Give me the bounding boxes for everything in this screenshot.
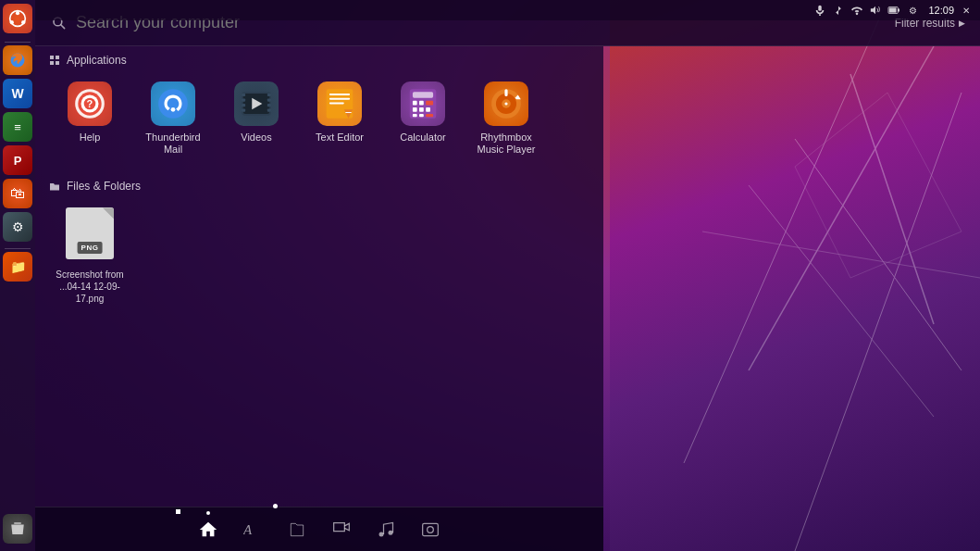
app-icon-help: ?	[68, 81, 112, 126]
svg-rect-55	[413, 107, 417, 112]
launcher-icon-writer[interactable]: W	[3, 79, 32, 108]
svg-rect-8	[819, 6, 822, 11]
svg-rect-9	[820, 14, 822, 16]
svg-rect-54	[426, 101, 433, 106]
app-grid: ? Help Thunderbird Mail	[35, 70, 603, 172]
launcher-icon-system-settings[interactable]: ⚙	[3, 212, 32, 242]
launcher-icon-software-center[interactable]: 🛍	[3, 179, 32, 208]
svg-text:?: ?	[87, 98, 93, 109]
svg-rect-59	[419, 114, 424, 117]
svg-rect-22	[50, 56, 54, 59]
svg-point-18	[21, 20, 25, 24]
svg-rect-25	[56, 61, 59, 65]
file-label-screenshot: Screenshot from...04-14 12-09-17.png	[53, 269, 127, 305]
svg-rect-23	[56, 56, 59, 59]
launcher-icon-impress[interactable]: P	[3, 145, 32, 175]
files-section-label: Files & Folders	[67, 180, 141, 193]
svg-rect-71	[423, 523, 439, 535]
app-icon-text-editor	[317, 81, 362, 126]
svg-line-6	[702, 232, 980, 278]
svg-marker-68	[334, 522, 345, 531]
app-item-rhythmbox[interactable]: Rhythmbox Music Player	[465, 74, 548, 163]
app-label-thunderbird: Thunderbird Mail	[136, 131, 210, 156]
svg-point-72	[428, 526, 434, 532]
app-icon-videos	[234, 81, 279, 126]
svg-rect-52	[413, 101, 417, 106]
svg-marker-7	[795, 93, 961, 278]
svg-rect-13	[899, 8, 900, 11]
dash-bottom-photos[interactable]	[417, 517, 443, 543]
app-label-text-editor: Text Editor	[316, 131, 364, 144]
app-label-help: Help	[80, 131, 101, 144]
launcher-icon-files[interactable]: 📁	[3, 252, 32, 282]
svg-rect-60	[426, 114, 433, 117]
dash-bottom-applications[interactable]: A	[240, 517, 266, 543]
svg-rect-51	[413, 92, 433, 97]
battery-icon[interactable]	[887, 4, 900, 17]
launcher: W ≡ P 🛍 ⚙ 📁	[0, 0, 35, 551]
svg-line-21	[61, 25, 65, 29]
svg-rect-47	[329, 102, 344, 104]
close-icon[interactable]: ✕	[960, 4, 973, 17]
svg-rect-65	[504, 89, 507, 96]
app-item-help[interactable]: ? Help	[48, 74, 131, 163]
dash-bottom-files[interactable]	[284, 517, 310, 543]
svg-rect-40	[267, 98, 271, 101]
dash-bottom-home[interactable]	[195, 517, 221, 543]
topbar-time: 12:09	[928, 5, 954, 16]
dash-bottom-bar: A	[35, 507, 603, 551]
svg-point-16	[16, 11, 19, 15]
svg-rect-38	[242, 109, 245, 112]
launcher-icon-firefox[interactable]	[3, 45, 32, 75]
svg-text:A: A	[243, 522, 253, 537]
svg-point-32	[171, 107, 176, 112]
svg-line-5	[749, 185, 934, 417]
launcher-icon-calc[interactable]: ≡	[3, 112, 32, 142]
files-section-header: Files & Folders	[35, 172, 603, 196]
svg-rect-37	[242, 104, 245, 106]
app-item-text-editor[interactable]: Text Editor	[298, 74, 381, 163]
app-label-videos: Videos	[241, 131, 271, 144]
file-icon-screenshot: PNG	[66, 207, 114, 259]
applications-section-label: Applications	[67, 54, 127, 67]
app-item-calculator[interactable]: Calculator	[381, 74, 465, 163]
svg-rect-35	[242, 94, 245, 96]
svg-rect-46	[329, 98, 350, 100]
svg-point-10	[856, 13, 859, 16]
app-label-calculator: Calculator	[400, 131, 446, 144]
dash-bottom-music[interactable]	[373, 517, 399, 543]
network-icon[interactable]	[850, 4, 863, 17]
files-section-icon	[48, 180, 61, 193]
svg-line-0	[749, 46, 934, 370]
launcher-divider-2	[5, 248, 31, 249]
svg-point-70	[389, 530, 393, 534]
svg-line-3	[850, 74, 934, 324]
applications-section-icon	[48, 54, 61, 67]
dash-content: Applications ? Help	[35, 46, 603, 551]
topbar: ⚙ 12:09 ✕	[35, 0, 980, 20]
svg-rect-39	[267, 94, 271, 96]
svg-point-31	[158, 89, 188, 119]
app-item-thunderbird[interactable]: Thunderbird Mail	[131, 74, 215, 163]
file-item-screenshot[interactable]: PNG Screenshot from...04-14 12-09-17.png	[48, 200, 131, 312]
svg-point-69	[379, 532, 384, 536]
launcher-icon-ubuntu[interactable]	[3, 4, 32, 33]
launcher-divider-1	[5, 42, 31, 43]
files-grid: PNG Screenshot from...04-14 12-09-17.png	[35, 196, 603, 321]
bluetooth-icon[interactable]	[832, 4, 845, 17]
desktop-window	[610, 0, 980, 551]
app-label-rhythmbox: Rhythmbox Music Player	[469, 131, 543, 156]
app-item-videos[interactable]: Videos	[215, 74, 298, 163]
svg-rect-36	[242, 98, 245, 101]
app-icon-rhythmbox	[484, 81, 528, 126]
settings-topbar-icon[interactable]: ⚙	[906, 4, 919, 17]
microphone-icon[interactable]	[813, 4, 826, 17]
volume-icon[interactable]	[869, 4, 882, 17]
svg-rect-14	[889, 7, 897, 12]
dash-bottom-video[interactable]	[329, 517, 354, 543]
svg-rect-57	[426, 107, 430, 112]
app-icon-calculator	[401, 81, 445, 126]
home-active-dot	[273, 504, 278, 508]
launcher-icon-trash[interactable]	[3, 514, 32, 544]
svg-line-2	[795, 93, 961, 551]
